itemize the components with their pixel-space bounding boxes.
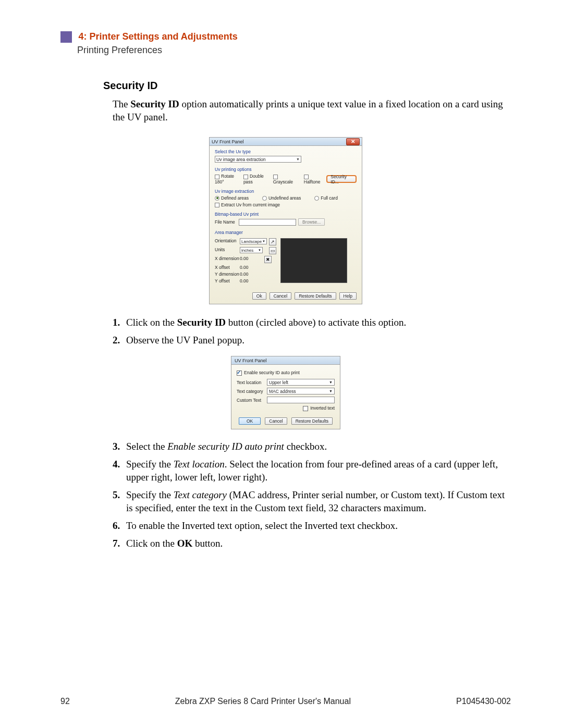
y-dimension-value: 0.00 xyxy=(240,272,249,277)
step-5: Specify the Text category (MAC address, … xyxy=(113,488,511,515)
section-heading: Security ID xyxy=(103,80,511,92)
manual-title: Zebra ZXP Series 8 Card Printer User's M… xyxy=(175,697,351,706)
step-1: Click on the Security ID button (circled… xyxy=(113,316,511,329)
uv-front-panel-dialog: UV Front Panel ✕ Select the Uv type Uv i… xyxy=(209,137,362,304)
card-preview xyxy=(280,238,347,283)
text-location-label: Text location xyxy=(237,380,267,385)
uv-popup-dialog: UV Front Panel Enable security ID auto p… xyxy=(231,356,340,429)
chevron-down-icon: ▼ xyxy=(329,389,333,393)
chevron-down-icon: ▼ xyxy=(262,240,265,243)
defined-areas-radio[interactable]: Defined areas xyxy=(215,195,249,201)
uv-type-select[interactable]: Uv image area extraction▼ xyxy=(215,156,301,163)
step-6: To enable the Inverted text option, sele… xyxy=(113,519,511,533)
area-manager-label: Area manager xyxy=(215,230,357,235)
inverted-text-checkbox[interactable]: Inverted text xyxy=(303,405,335,411)
browse-button[interactable]: Browse... xyxy=(298,218,325,226)
step-4: Specify the Text location. Select the lo… xyxy=(113,458,511,484)
restore-defaults-button[interactable]: Restore Defaults xyxy=(295,292,336,300)
close-button[interactable]: ✕ xyxy=(346,138,360,145)
x-offset-value: 0.00 xyxy=(240,265,249,270)
grayscale-checkbox[interactable]: Grayscale xyxy=(273,174,296,184)
file-name-label: File Name xyxy=(215,219,237,225)
double-pass-checkbox[interactable]: Double pass xyxy=(243,174,270,184)
custom-text-label: Custom Text xyxy=(237,398,267,403)
extract-current-checkbox[interactable]: Extract Uv from current image xyxy=(215,202,280,207)
enable-auto-print-checkbox[interactable]: Enable security ID auto print xyxy=(237,370,300,375)
cancel-button[interactable]: Cancel xyxy=(270,292,291,300)
ok-button[interactable]: OK xyxy=(239,417,261,425)
orientation-select[interactable]: Landscape▼ xyxy=(240,238,267,244)
dialog-title: UV Front Panel xyxy=(212,139,244,144)
ok-button[interactable]: Ok xyxy=(252,292,266,300)
delete-tool-icon[interactable]: ✖ xyxy=(264,256,272,263)
full-card-radio[interactable]: Full card xyxy=(314,195,338,201)
undefined-areas-radio[interactable]: Undefined areas xyxy=(262,195,301,201)
units-select[interactable]: inches▼ xyxy=(240,247,263,253)
rect-tool-icon[interactable]: ▭ xyxy=(269,247,276,254)
chevron-down-icon: ▼ xyxy=(296,157,300,161)
doc-number: P1045430-002 xyxy=(456,697,511,706)
chevron-down-icon: ▼ xyxy=(258,249,261,252)
text-category-select[interactable]: MAC address▼ xyxy=(267,388,335,394)
section-marker-icon xyxy=(60,31,72,43)
image-extraction-label: Uv image extraction xyxy=(215,189,357,194)
printing-options-label: Uv printing options xyxy=(215,167,357,172)
text-category-label: Text category xyxy=(237,389,267,394)
chapter-title: 4: Printer Settings and Adjustments xyxy=(78,31,237,42)
select-uv-type-label: Select the Uv type xyxy=(215,149,357,154)
security-id-button[interactable]: Security ID... xyxy=(326,175,357,183)
custom-text-input[interactable] xyxy=(267,397,335,403)
steps-list-bottom: Select the Enable security ID auto print… xyxy=(113,440,511,550)
help-button[interactable]: Help xyxy=(339,292,357,300)
halftone-checkbox[interactable]: Halftone xyxy=(304,174,323,184)
step-3: Select the Enable security ID auto print… xyxy=(113,440,511,453)
page-footer: 92 Zebra ZXP Series 8 Card Printer User'… xyxy=(0,697,563,706)
step-7: Click on the OK button. xyxy=(113,537,511,550)
file-name-input[interactable] xyxy=(239,219,296,226)
intro-paragraph: The Security ID option automatically pri… xyxy=(113,98,511,124)
cancel-button[interactable]: Cancel xyxy=(265,417,287,425)
dialog-title: UV Front Panel xyxy=(235,358,267,363)
steps-list-top: Click on the Security ID button (circled… xyxy=(113,316,511,347)
y-offset-value: 0.00 xyxy=(240,278,249,283)
step-2: Observe the UV Panel popup. xyxy=(113,334,511,347)
text-location-select[interactable]: Upper left▼ xyxy=(267,379,335,386)
chapter-header: 4: Printer Settings and Adjustments Prin… xyxy=(60,31,511,56)
arrow-tool-icon[interactable]: ↗ xyxy=(269,238,276,245)
page-number: 92 xyxy=(60,697,70,706)
restore-defaults-button[interactable]: Restore Defaults xyxy=(291,417,333,425)
x-dimension-value: 0.00 xyxy=(240,256,249,263)
chevron-down-icon: ▼ xyxy=(329,380,333,384)
rotate-checkbox[interactable]: Rotate 180° xyxy=(215,174,240,184)
bitmap-label: Bitmap-based Uv print xyxy=(215,212,357,217)
chapter-subtitle: Printing Preferences xyxy=(77,45,511,56)
